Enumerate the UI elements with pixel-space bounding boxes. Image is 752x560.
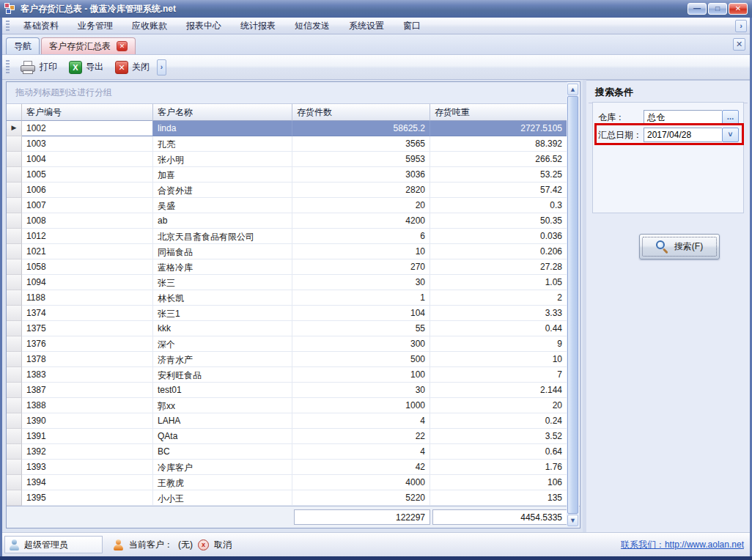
cell-name[interactable]: 深个 <box>153 336 292 352</box>
row-indicator[interactable] <box>7 213 22 229</box>
cell-code[interactable]: 1005 <box>22 167 153 183</box>
toolbar-grip[interactable] <box>6 60 10 75</box>
cell-name[interactable]: 同福食品 <box>153 244 292 259</box>
cell-code[interactable]: 1003 <box>22 136 153 152</box>
menu-item[interactable]: 窗口 <box>394 18 430 34</box>
cell-qty[interactable]: 22 <box>292 429 430 444</box>
cell-weight[interactable]: 50.35 <box>430 213 567 229</box>
row-indicator[interactable] <box>7 444 22 460</box>
cell-name[interactable]: 郭xx <box>153 398 292 413</box>
cell-code[interactable]: 1012 <box>22 229 153 244</box>
row-indicator[interactable] <box>7 275 22 290</box>
cell-code[interactable]: 1058 <box>22 259 153 275</box>
table-row[interactable]: 1395小小王5220135 <box>7 490 580 506</box>
row-indicator[interactable] <box>7 136 22 152</box>
cell-weight[interactable]: 0.44 <box>430 321 567 336</box>
cell-qty[interactable]: 300 <box>292 336 430 352</box>
menu-overflow-chevron-icon[interactable]: › <box>735 20 747 32</box>
cell-weight[interactable]: 53.25 <box>430 167 567 183</box>
cell-qty[interactable]: 5953 <box>292 152 430 167</box>
table-row[interactable]: 1392BC40.64 <box>7 444 580 460</box>
warehouse-input[interactable]: 总仓 <box>644 110 722 125</box>
cell-weight[interactable]: 7 <box>430 367 567 383</box>
scrollbar-thumb[interactable] <box>567 96 578 514</box>
toolbar-overflow-chevron-icon[interactable]: › <box>157 59 166 75</box>
cell-name[interactable]: 张小明 <box>153 152 292 167</box>
cell-code[interactable]: 1378 <box>22 352 153 367</box>
menu-item[interactable]: 报表中心 <box>177 18 231 34</box>
cell-code[interactable]: 1006 <box>22 183 153 198</box>
row-indicator[interactable] <box>7 460 22 475</box>
table-row[interactable]: 1390LAHA40.24 <box>7 413 580 429</box>
column-header[interactable]: 存货吨重 <box>430 104 567 121</box>
menu-grip[interactable] <box>6 21 10 31</box>
cell-name[interactable]: 安利旺食品 <box>153 367 292 383</box>
cell-name[interactable]: 济青水产 <box>153 352 292 367</box>
row-indicator[interactable] <box>7 398 22 413</box>
cancel-link[interactable]: 取消 <box>214 539 232 551</box>
cell-qty[interactable]: 10 <box>292 244 430 259</box>
cell-weight[interactable]: 3.52 <box>430 429 567 444</box>
column-header[interactable]: 客户编号 <box>22 104 153 121</box>
cell-weight[interactable]: 135 <box>430 490 567 506</box>
row-indicator[interactable] <box>7 383 22 398</box>
cell-code[interactable]: 1188 <box>22 290 153 306</box>
cell-code[interactable]: 1021 <box>22 244 153 259</box>
cell-qty[interactable]: 3036 <box>292 167 430 183</box>
cell-name[interactable]: 小小王 <box>153 490 292 506</box>
cell-name[interactable]: 张三1 <box>153 306 292 321</box>
row-indicator[interactable]: ▶ <box>7 121 22 136</box>
scroll-down-icon[interactable]: ▼ <box>567 515 578 526</box>
menu-item[interactable]: 统计报表 <box>231 18 285 34</box>
row-indicator[interactable] <box>7 167 22 183</box>
cell-code[interactable]: 1094 <box>22 275 153 290</box>
table-row[interactable]: 1003孔亮356588.392 <box>7 136 580 152</box>
row-indicator[interactable] <box>7 336 22 352</box>
cell-name[interactable]: 合资外进 <box>153 183 292 198</box>
row-indicator[interactable] <box>7 244 22 259</box>
menu-item[interactable]: 业务管理 <box>68 18 122 34</box>
cell-code[interactable]: 1387 <box>22 383 153 398</box>
cell-qty[interactable]: 4200 <box>292 213 430 229</box>
row-indicator[interactable] <box>7 352 22 367</box>
cell-code[interactable]: 1374 <box>22 306 153 321</box>
cell-name[interactable]: test01 <box>153 383 292 398</box>
cell-code[interactable]: 1395 <box>22 490 153 506</box>
summary-date-input[interactable]: 2017/04/28 <box>644 128 722 142</box>
table-row[interactable]: 1058蓝格冷库27027.28 <box>7 259 580 275</box>
cell-code[interactable]: 1375 <box>22 321 153 336</box>
cell-name[interactable]: ab <box>153 213 292 229</box>
cell-weight[interactable]: 88.392 <box>430 136 567 152</box>
cell-weight[interactable]: 57.42 <box>430 183 567 198</box>
menu-item[interactable]: 基础资料 <box>14 18 68 34</box>
table-row[interactable]: 1008ab420050.35 <box>7 213 580 229</box>
table-row[interactable]: 1375kkk550.44 <box>7 321 580 336</box>
cell-code[interactable]: 1004 <box>22 152 153 167</box>
table-row[interactable]: 1388郭xx100020 <box>7 398 580 413</box>
cell-qty[interactable]: 55 <box>292 321 430 336</box>
table-row[interactable]: ▶1002linda58625.22727.5105 <box>7 121 580 136</box>
cell-weight[interactable]: 106 <box>430 475 567 490</box>
row-indicator[interactable] <box>7 490 22 506</box>
cell-code[interactable]: 1008 <box>22 213 153 229</box>
cell-weight[interactable]: 27.28 <box>430 259 567 275</box>
cell-name[interactable]: 林长凯 <box>153 290 292 306</box>
table-row[interactable]: 1391QAta223.52 <box>7 429 580 444</box>
cell-weight[interactable]: 2.144 <box>430 383 567 398</box>
close-button[interactable]: ✕ <box>729 3 748 15</box>
minimize-button[interactable]: — <box>688 3 707 15</box>
cell-name[interactable]: BC <box>153 444 292 460</box>
cell-weight[interactable]: 0.036 <box>430 229 567 244</box>
cell-name[interactable]: 冷库客户 <box>153 460 292 475</box>
cell-qty[interactable]: 4000 <box>292 475 430 490</box>
cell-name[interactable]: linda <box>153 121 292 136</box>
row-indicator[interactable] <box>7 152 22 167</box>
cell-qty[interactable]: 270 <box>292 259 430 275</box>
table-row[interactable]: 1021同福食品100.206 <box>7 244 580 259</box>
table-row[interactable]: 1383安利旺食品1007 <box>7 367 580 383</box>
cell-weight[interactable]: 3.33 <box>430 306 567 321</box>
row-indicator[interactable] <box>7 306 22 321</box>
cell-code[interactable]: 1383 <box>22 367 153 383</box>
cell-name[interactable]: 孔亮 <box>153 136 292 152</box>
table-row[interactable]: 1006合资外进282057.42 <box>7 183 580 198</box>
